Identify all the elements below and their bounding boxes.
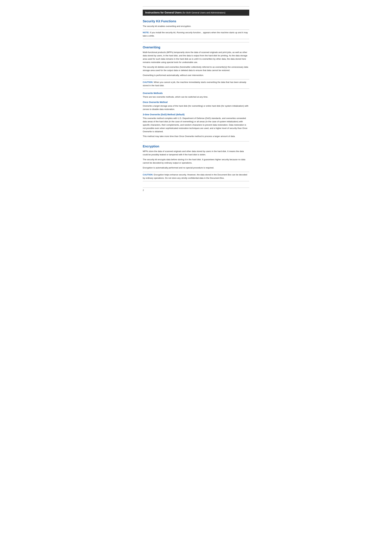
- note-italic: Running security function...: [177, 31, 202, 34]
- overwriting-caution-box: CAUTION: When you cancel a job, the mach…: [143, 79, 249, 89]
- security-kit-title: Security Kit Functions: [143, 19, 249, 23]
- overwriting-para3: Overwriting is performed automatically, …: [143, 74, 249, 77]
- overwriting-para2: The security kit deletes and overwrites …: [143, 66, 249, 72]
- once-overwrite-title: Once Overwrite Method: [143, 101, 249, 103]
- overwrite-methods-intro: There are two overwrite methods, which c…: [143, 95, 249, 99]
- three-time-overwrite-title: 3-time Overwrite (DoD) Method (default): [143, 113, 249, 116]
- three-time-overwrite-para2: This method may take more time than Once…: [143, 135, 249, 138]
- security-kit-intro: The security kit enables overwriting and…: [143, 25, 249, 28]
- encryption-title: Encryption: [143, 145, 249, 148]
- header-subtitle: (for Both General Users and Administrato…: [182, 11, 225, 14]
- page-number-area: 2: [143, 188, 249, 191]
- header-box: Instructions for General Users (for Both…: [143, 10, 249, 16]
- overwriting-para2-italic: overwrite(s)): [215, 66, 227, 68]
- encryption-caution-label: CAUTION:: [143, 174, 153, 176]
- encryption-caution-text: Encryption helps enhance security. Howev…: [143, 174, 247, 179]
- overwrite-methods-title: Overwrite Methods: [143, 92, 249, 95]
- overwriting-title: Overwriting: [143, 45, 249, 49]
- encryption-para1: MFPs store the data of scanned originals…: [143, 150, 249, 156]
- note-box: NOTE: If you install the security kit, R…: [143, 29, 249, 39]
- note-label: NOTE:: [143, 31, 149, 34]
- header-main-label: Instructions for General Users: [145, 11, 182, 14]
- encryption-para2: The security kit encrypts data before st…: [143, 158, 249, 165]
- section-divider-encryption: [143, 141, 249, 141]
- three-time-overwrite-para1: This overwrite method complies with U.S.…: [143, 117, 249, 133]
- overwriting-caution-text: When you cancel a job, the machine immed…: [143, 81, 246, 87]
- encryption-caution-box: CAUTION: Encryption helps enhance securi…: [143, 172, 249, 181]
- encryption-para3: Encryption is automatically performed an…: [143, 166, 249, 169]
- page-number: 2: [143, 189, 144, 191]
- overwriting-caution-label: CAUTION:: [143, 81, 153, 83]
- overwriting-para2-prefix: The security kit deletes and overwrites …: [143, 66, 215, 68]
- note-text: If you install the security kit,: [150, 31, 177, 34]
- top-rule: [143, 6, 249, 7]
- overwriting-para1: Multi-functional products (MFPs) tempora…: [143, 51, 249, 64]
- once-overwrite-text: Overwrite a target storage area of the h…: [143, 104, 249, 111]
